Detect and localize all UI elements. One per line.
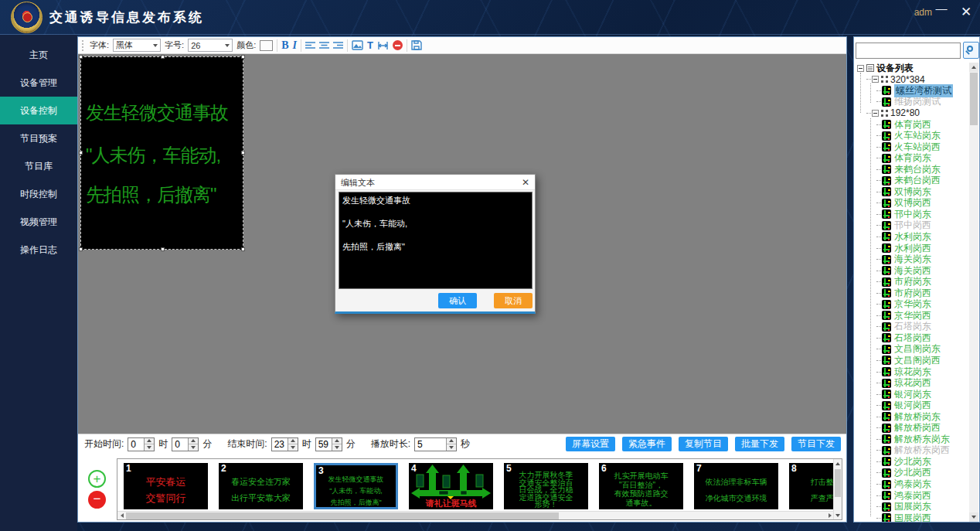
horizontal-scrollbar[interactable] (117, 511, 834, 519)
resize-handle[interactable] (241, 151, 245, 155)
scrollbar-thumb[interactable] (970, 73, 978, 125)
scroll-up-icon[interactable] (969, 63, 978, 72)
playlist-item-6[interactable]: 扎实开展电动车"百日整治"，有效预防道路交通事故。6 (599, 463, 683, 509)
playlist-item-8[interactable]: 打击整改"灯严查严惩"机8 (789, 463, 833, 509)
copy-program-button[interactable]: 复制节目 (679, 437, 728, 451)
sidebar-item-device-management[interactable]: 设备管理 (0, 69, 77, 97)
search-button[interactable] (963, 42, 979, 59)
resize-handle[interactable] (161, 247, 165, 251)
close-button[interactable]: ✕ (958, 4, 974, 20)
insert-image-button[interactable] (352, 40, 363, 50)
bold-button[interactable]: B (281, 39, 288, 52)
end-hour-input[interactable] (272, 438, 288, 451)
sidebar-item-operation-log[interactable]: 操作日志 (0, 236, 77, 264)
remove-program-button[interactable]: − (88, 491, 106, 509)
add-program-button[interactable]: + (88, 470, 106, 488)
scrollbar-thumb[interactable] (835, 469, 841, 497)
scroll-left-icon[interactable] (117, 512, 126, 519)
playlist-item-3[interactable]: 发生轻微交通事故"人未伤，车能动,先拍照，后撤离"3 (314, 463, 398, 509)
device-scrollbar[interactable] (969, 63, 978, 522)
text-tool-button[interactable]: T (367, 39, 373, 51)
start-minute-stepper[interactable] (172, 437, 199, 451)
minute-unit-label: 分 (202, 437, 212, 451)
led-preview[interactable]: 发生轻微交通事故"人未伤，车能动,先拍照，后撤离" (80, 56, 243, 250)
screen-settings-button[interactable]: 屏幕设置 (566, 437, 615, 451)
traffic-signal-icon (882, 401, 891, 410)
device-tree-root[interactable]: 设备列表 (856, 63, 970, 74)
device-node[interactable]: 国展岗西 (856, 512, 970, 522)
end-hour-stepper[interactable] (271, 437, 298, 451)
group-label: 192*80 (890, 107, 920, 118)
sidebar-item-video-management[interactable]: 视频管理 (0, 208, 77, 236)
sidebar-item-home[interactable]: 主页 (0, 41, 77, 69)
playlist-item-2[interactable]: 春运安全连万家出行平安靠大家2 (219, 463, 303, 509)
minimize-button[interactable]: — (934, 2, 949, 15)
hour-unit-label: 时 (302, 437, 311, 451)
traffic-signal-icon (882, 356, 891, 365)
resize-handle[interactable] (79, 247, 83, 251)
end-minute-stepper[interactable] (315, 437, 342, 451)
duration-input[interactable] (415, 438, 446, 451)
sidebar-item-program-plan[interactable]: 节目预案 (0, 124, 77, 152)
thumbnail-text: 扎实开展电动车"百日整治"，有效预防道路交通事故。 (599, 471, 683, 507)
collapse-toggle-icon[interactable] (872, 110, 879, 117)
app-window: 交通诱导信息发布系统 adm — ✕ 主页设备管理设备控制节目预案节目库时段控制… (0, 0, 980, 531)
vertical-scrollbar[interactable] (833, 459, 842, 519)
led-text-line: "人未伤，车能动, (86, 143, 220, 168)
start-minute-input[interactable] (172, 438, 188, 451)
size-select[interactable]: 26 (188, 39, 233, 52)
spacing-tool-button[interactable] (377, 41, 389, 50)
collapse-toggle-icon[interactable] (857, 65, 864, 72)
start-hour-input[interactable] (128, 438, 144, 451)
sidebar-item-program-library[interactable]: 节目库 (0, 152, 77, 180)
scroll-up-icon[interactable] (834, 459, 842, 468)
traffic-signal-icon (882, 457, 891, 466)
resize-handle[interactable] (161, 55, 165, 59)
align-left-button[interactable] (305, 41, 315, 49)
action-buttons: 屏幕设置紧急事件复制节目批量下发节目下发 (566, 437, 841, 451)
edit-text-dialog: 编辑文本 ✕ 发生轻微交通事故 "人未伤，车能动, 先拍照，后撤离" 确认 取消 (335, 174, 536, 314)
dialog-close-icon[interactable]: ✕ (522, 175, 529, 190)
device-node[interactable]: 维扬岗测试 (856, 97, 970, 108)
resize-handle[interactable] (241, 55, 245, 59)
playlist-item-5[interactable]: 大力开展秋冬季交通安全整治百日会战，全力稳定道路交通安全形势！5 (504, 463, 588, 509)
playlist-item-7[interactable]: 依法治理非标车辆净化城市交通环境7 (694, 463, 778, 509)
end-minute-input[interactable] (316, 438, 332, 451)
collapse-toggle-icon[interactable] (872, 76, 879, 83)
led-text-line: 先拍照，后撤离" (86, 182, 216, 207)
batch-send-button[interactable]: 批量下发 (735, 437, 784, 451)
sidebar-item-device-control[interactable]: 设备控制 (0, 97, 77, 124)
tree-root-label: 设备列表 (876, 63, 914, 75)
edit-canvas[interactable]: 发生轻微交通事故"人未伤，车能动,先拍照，后撤离" 编辑文本 ✕ 发生轻微交通事… (78, 54, 846, 434)
duration-stepper[interactable] (414, 437, 457, 451)
resize-handle[interactable] (241, 247, 245, 251)
scrollbar-thumb[interactable] (126, 512, 559, 519)
start-hour-stepper[interactable] (128, 437, 155, 451)
align-right-button[interactable] (333, 41, 343, 49)
resize-handle[interactable] (79, 151, 83, 155)
device-search-input[interactable] (856, 43, 961, 59)
scroll-down-icon[interactable] (969, 512, 978, 522)
emergency-event-button[interactable]: 紧急事件 (622, 437, 672, 451)
traffic-signal-icon (882, 165, 891, 174)
traffic-signal-icon (882, 322, 891, 332)
confirm-button[interactable]: 确认 (438, 293, 477, 308)
font-select[interactable]: 黑体 (113, 39, 161, 52)
cancel-button[interactable]: 取消 (494, 293, 533, 308)
thumbnail-number: 7 (696, 463, 702, 474)
delete-element-button[interactable] (393, 40, 403, 50)
traffic-signal-icon (882, 480, 891, 489)
dialog-text-input[interactable]: 发生轻微交通事故 "人未伤，车能动, 先拍照，后撤离" (339, 192, 533, 289)
device-tree: 设备列表320*384螺丝湾桥测试维扬岗测试192*80体育岗西火车站岗东火车站… (856, 63, 970, 522)
playlist-item-1[interactable]: 平安春运交警同行1 (124, 463, 208, 509)
italic-button[interactable]: I (293, 39, 297, 52)
align-center-button[interactable] (319, 41, 329, 49)
program-send-button[interactable]: 节目下发 (791, 437, 841, 451)
scroll-down-icon[interactable] (834, 511, 842, 519)
save-icon[interactable] (411, 40, 422, 50)
resize-handle[interactable] (79, 55, 83, 59)
playlist-item-4[interactable]: 请礼让斑马线4 (409, 463, 493, 509)
color-swatch[interactable] (260, 40, 273, 51)
chevron-down-icon (153, 44, 158, 47)
sidebar-item-time-control[interactable]: 时段控制 (0, 180, 77, 208)
